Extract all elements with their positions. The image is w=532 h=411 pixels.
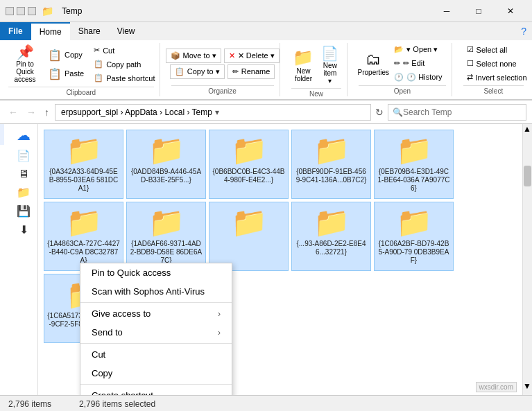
tab-file[interactable]: File [0, 22, 31, 40]
properties-button[interactable]: 🗂 Properties [359, 49, 388, 78]
folder-item-6[interactable]: 📁 {1A4863CA-727C-4427-B440-C9A D8C32787A… [44, 202, 123, 271]
move-icon: 📦 [171, 51, 180, 60]
back-button[interactable]: ← [6, 105, 21, 119]
paste-shortcut-button[interactable]: 📋 Paste shortcut [90, 71, 158, 85]
ctx-cut[interactable]: Cut [80, 345, 232, 364]
sidebar-item-2[interactable]: 🖥 [10, 165, 37, 183]
sidebar-item-3[interactable]: 📁 [10, 183, 37, 202]
ctx-copy[interactable]: Copy [80, 364, 232, 383]
invert-selection-button[interactable]: ⇄ Invert selection [463, 71, 531, 84]
ribbon-content: 📌 Pin to Quickaccess 📋 Copy 📋 Paste [0, 40, 532, 100]
cloud-icon: ☁ [17, 127, 31, 143]
up-button[interactable]: ↑ [42, 105, 52, 119]
forward-button[interactable]: → [24, 105, 39, 119]
folder-item-8[interactable]: 📁 [209, 202, 289, 271]
folder-icon: 📁 [148, 136, 185, 165]
search-box[interactable]: 🔍 [388, 104, 526, 121]
select-none-button[interactable]: ☐ Select none [463, 57, 531, 70]
refresh-button[interactable]: ↻ [374, 105, 385, 119]
open-small-btns: 📂 ▾ Open ▾ ✏ ✏ Edit 🕐 🕐 History [391, 43, 445, 84]
sidebar-icon-3: 📁 [17, 186, 31, 199]
pin-quick-access-button[interactable]: 📌 Pin to Quickaccess [8, 43, 42, 85]
breadcrumb-dropdown[interactable]: ▾ [215, 107, 219, 117]
status-bar: 2,796 items 2,796 items selected [0, 395, 532, 411]
tab-home[interactable]: Home [31, 22, 70, 40]
scroll-up[interactable]: ▲ [523, 124, 532, 138]
rename-button[interactable]: ✏ Rename [228, 64, 275, 79]
minimize-button[interactable]: ─ [431, 0, 463, 22]
folder-item-5[interactable]: 📁 {0EB709B4-E3D1-49C1-BE64-036A 7A9077C6… [374, 130, 454, 199]
scroll-down[interactable]: ▼ [523, 381, 532, 395]
small-btn-1 [6, 7, 14, 15]
sidebar-icon-1: 📄 [17, 149, 31, 162]
new-group: 📁 Newfolder 📄 Newitem ▾ New [286, 43, 348, 96]
select-all-icon: ☑ [467, 45, 474, 54]
clipboard-small-btns: ✂ Cut 📋 Copy path 📋 Paste shortcut [90, 44, 158, 85]
organize-label: Organize [171, 85, 274, 96]
folder-item-3[interactable]: 📁 {0B6BDC0B-E4C3-44B4-980F-E4E2...} [209, 130, 289, 199]
scrollbar[interactable]: ▲ ▼ [522, 124, 532, 395]
copy-icon: 📋 [48, 49, 62, 62]
folder-icon: 📁 [396, 208, 432, 237]
close-button[interactable]: ✕ [495, 0, 526, 22]
sidebar-item-cloud[interactable]: ☁ [10, 124, 37, 146]
tab-share[interactable]: Share [70, 22, 109, 40]
new-label: New [291, 88, 342, 99]
folder-icon: 📁 [66, 136, 102, 165]
copy-button[interactable]: 📋 Copy [44, 46, 87, 64]
open-group-items: 🗂 Properties 📂 ▾ Open ▾ ✏ ✏ Edit 🕐 🕐 His… [359, 43, 445, 84]
item-count: 2,796 items [8, 399, 51, 409]
maximize-button[interactable]: □ [463, 0, 495, 22]
sidebar-item-1[interactable]: 📄 [10, 146, 37, 165]
selected-count: 2,796 items selected [79, 399, 155, 409]
edit-button[interactable]: ✏ ✏ Edit [391, 57, 445, 70]
folder-icon: 📁 [231, 208, 267, 237]
history-button[interactable]: 🕐 🕐 History [391, 71, 445, 84]
new-item-button[interactable]: 📄 Newitem ▾ [318, 43, 341, 87]
ctx-pin-quick-access[interactable]: Pin to Quick access [80, 263, 232, 282]
ctx-sep-3 [80, 384, 232, 385]
folder-item-1[interactable]: 📁 {0A342A33-64D9-45EB-8955-03EA6 581DCA1… [44, 130, 123, 199]
search-input[interactable] [403, 107, 522, 117]
rename-icon: ✏ [232, 67, 239, 76]
organize-group: 📦 Move to ▾ ✕ ✕ Delete ▾ 📋 Copy to ▾ ✏ [166, 43, 280, 96]
open-label: Open [359, 85, 445, 96]
help-icon[interactable]: ? [521, 26, 526, 37]
cut-button[interactable]: ✂ Cut [90, 44, 158, 57]
folder-item-4[interactable]: 📁 {0BBF90DF-91EB-4569-9C41-136A...0B7C2} [291, 130, 371, 199]
breadcrumb[interactable]: erpsupport_sipl › AppData › Local › Temp… [55, 104, 371, 121]
select-group: ☑ Select all ☐ Select none ⇄ Invert sele… [458, 43, 529, 96]
folder-icon: 📁 [148, 208, 185, 237]
scroll-thumb[interactable] [524, 166, 531, 186]
select-all-button[interactable]: ☑ Select all [463, 43, 531, 56]
clipboard-group-items: 📌 Pin to Quickaccess 📋 Copy 📋 Paste [8, 43, 154, 85]
copy-path-button[interactable]: 📋 Copy path [90, 58, 158, 71]
ctx-send-to[interactable]: Send to › [80, 323, 232, 342]
organize-row1: 📦 Move to ▾ ✕ ✕ Delete ▾ [166, 49, 280, 63]
organize-group-items: 📦 Move to ▾ ✕ ✕ Delete ▾ 📋 Copy to ▾ ✏ [171, 43, 274, 84]
address-bar: ← → ↑ erpsupport_sipl › AppData › Local … [0, 100, 532, 124]
context-menu: Pin to Quick access Scan with Sophos Ant… [80, 263, 232, 395]
sidebar-item-5[interactable]: ⬇ [10, 220, 37, 239]
send-to-arrow: › [218, 328, 221, 338]
copy-to-button[interactable]: 📋 Copy to ▾ [170, 64, 225, 79]
move-to-button[interactable]: 📦 Move to ▾ [166, 49, 221, 63]
watermark: wxsdir.com [476, 382, 517, 392]
ctx-create-shortcut[interactable]: Create shortcut [80, 386, 232, 395]
small-btn-3 [28, 7, 36, 15]
folder-item-7[interactable]: 📁 {1AD6AF66-9371-4AD2-BDB9-D58E 86DE6A7C… [126, 202, 206, 271]
sidebar-scroll-indicator [0, 124, 4, 145]
folder-item-2[interactable]: 📁 {0ADD84B9-A446-45AD-B33E-25F5...} [126, 130, 206, 199]
delete-button[interactable]: ✕ ✕ Delete ▾ [224, 49, 280, 63]
new-folder-button[interactable]: 📁 Newfolder [291, 46, 316, 85]
paste-icon: 📋 [48, 67, 62, 80]
copy-paste-group: 📋 Copy 📋 Paste [44, 46, 87, 82]
paste-button[interactable]: 📋 Paste [44, 65, 87, 82]
ctx-give-access[interactable]: Give access to › [80, 304, 232, 323]
folder-item-10[interactable]: 📁 {1C06A2BF-BD79-42B5-A90D-79 0DB3B9EAF} [374, 202, 454, 271]
tab-view[interactable]: View [109, 22, 144, 40]
open-button[interactable]: 📂 ▾ Open ▾ [391, 43, 445, 56]
folder-item-9[interactable]: 📁 {...93-A86D-2E2-E8E46...32721} [291, 202, 371, 271]
sidebar-item-4[interactable]: 💾 [10, 202, 37, 220]
ctx-sophos[interactable]: Scan with Sophos Anti-Virus [80, 282, 232, 301]
